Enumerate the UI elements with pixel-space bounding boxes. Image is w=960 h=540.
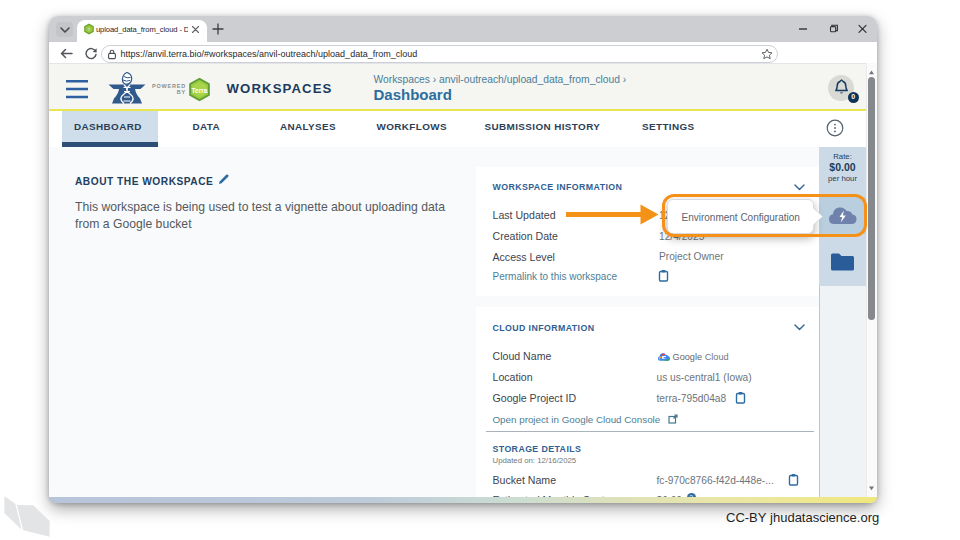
svg-text:T: T <box>87 28 89 32</box>
svg-text:Terra: Terra <box>191 87 207 94</box>
